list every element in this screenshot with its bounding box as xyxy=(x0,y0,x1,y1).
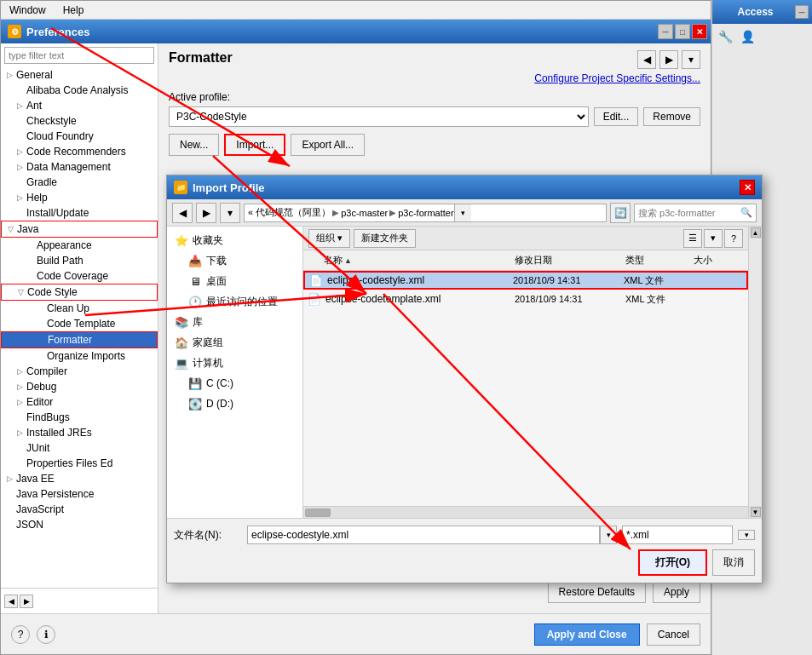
sidebar-item-install-update[interactable]: Install/Update xyxy=(1,205,158,221)
sidebar-item-help[interactable]: ▷ Help xyxy=(1,190,158,205)
right-panel-close-btn[interactable]: ─ xyxy=(795,5,809,19)
new-button[interactable]: New... xyxy=(169,134,219,156)
dialog-tree-homegroup[interactable]: 🏠 家庭组 xyxy=(167,332,302,353)
sidebar-item-java-ee[interactable]: ▷ Java EE xyxy=(1,471,158,486)
sidebar-item-alibaba[interactable]: Alibaba Code Analysis xyxy=(1,83,158,98)
col-header-name[interactable]: 名称 ▲ xyxy=(307,254,515,267)
sidebar-item-java[interactable]: ▽ Java xyxy=(1,221,158,238)
right-icon-1[interactable]: 🔧 xyxy=(716,27,734,46)
dialog-tree-downloads[interactable]: 📥 下载 xyxy=(167,250,302,271)
menu-window[interactable]: Window xyxy=(4,3,51,18)
export-button[interactable]: Export All... xyxy=(291,134,365,156)
scroll-left-btn[interactable]: ◀ xyxy=(4,595,18,608)
sidebar-item-findbugs[interactable]: FindBugs xyxy=(1,410,158,425)
dialog-cancel-button[interactable]: 取消 xyxy=(712,549,755,576)
dialog-tree-favorites[interactable]: ⭐ 收藏夹 xyxy=(167,230,302,250)
maximize-btn[interactable]: □ xyxy=(675,24,690,39)
preferences-icon: ⚙ xyxy=(8,25,21,38)
sidebar-item-checkstyle[interactable]: Checkstyle xyxy=(1,113,158,129)
sidebar-item-gradle[interactable]: Gradle xyxy=(1,175,158,190)
sidebar-item-organize-imports[interactable]: Organize Imports xyxy=(1,348,158,364)
import-button[interactable]: Import... xyxy=(224,134,285,156)
filetype-input[interactable] xyxy=(622,526,733,544)
cancel-button[interactable]: Cancel xyxy=(647,623,700,646)
sidebar-item-debug[interactable]: ▷ Debug xyxy=(1,379,158,394)
sidebar-item-properties-files[interactable]: Properties Files Ed xyxy=(1,456,158,471)
apply-button[interactable]: Apply xyxy=(653,581,700,603)
col-header-type[interactable]: 类型 xyxy=(625,254,694,267)
sidebar-item-javascript[interactable]: JavaScript xyxy=(1,502,158,517)
help-btn[interactable]: ? xyxy=(724,229,743,248)
xml-file-icon-2: 📄 xyxy=(307,291,322,307)
sidebar-item-code-recommenders[interactable]: ▷ Code Recommenders xyxy=(1,144,158,159)
file-row-eclipse-codestyle[interactable]: 📄 eclipse-codestyle.xml 2018/10/9 14:31 … xyxy=(303,271,748,290)
edit-button[interactable]: Edit... xyxy=(594,107,639,126)
close-btn[interactable]: ✕ xyxy=(692,24,707,39)
view-dropdown-btn[interactable]: ▾ xyxy=(704,229,723,248)
breadcrumb-dropdown-btn[interactable]: ▾ xyxy=(454,204,471,222)
dialog-tree-c-drive[interactable]: 💾 C (C:) xyxy=(167,373,302,394)
file-row-eclipse-codetemplate[interactable]: 📄 eclipse-codetemplate.xml 2018/10/9 14:… xyxy=(303,290,748,308)
file-scrollbar[interactable]: ▲ ▼ xyxy=(748,227,762,518)
filter-input[interactable] xyxy=(4,47,154,64)
open-button[interactable]: 打开(O) xyxy=(638,549,707,576)
sidebar-item-compiler[interactable]: ▷ Compiler xyxy=(1,364,158,379)
dialog-refresh-btn[interactable]: 🔄 xyxy=(610,203,631,223)
sidebar-item-ant[interactable]: ▷ Ant xyxy=(1,98,158,113)
dialog-back-btn[interactable]: ◀ xyxy=(172,203,193,223)
minimize-btn[interactable]: ─ xyxy=(658,24,673,39)
dialog-dropdown-btn[interactable]: ▾ xyxy=(220,203,240,223)
sidebar-item-formatter[interactable]: Formatter xyxy=(1,331,158,348)
col-header-size[interactable]: 大小 xyxy=(694,254,745,267)
sidebar-item-cloud-foundry[interactable]: Cloud Foundry xyxy=(1,129,158,144)
dialog-search-input[interactable] xyxy=(635,208,737,218)
search-icon[interactable]: 🔍 xyxy=(737,204,756,222)
nav-forward-btn[interactable]: ▶ xyxy=(659,50,678,69)
sidebar-item-junit[interactable]: JUnit xyxy=(1,440,158,456)
dialog-tree-desktop[interactable]: 🖥 桌面 xyxy=(167,271,302,291)
filename-dropdown-btn[interactable]: ▾ xyxy=(600,526,617,544)
sidebar-item-json[interactable]: JSON xyxy=(1,517,158,532)
horizontal-scrollbar[interactable] xyxy=(303,506,748,518)
scroll-right-btn[interactable]: ▶ xyxy=(20,595,33,608)
sidebar-item-general[interactable]: ▷ General xyxy=(1,67,158,83)
sidebar-item-code-style[interactable]: ▽ Code Style xyxy=(1,284,158,301)
sidebar-item-clean-up[interactable]: Clean Up xyxy=(1,301,158,316)
import-dialog: 📁 Import Profile ✕ ◀ ▶ ▾ « 代码规范（阿里） ▶ p3… xyxy=(166,175,763,583)
scroll-down-btn[interactable]: ▼ xyxy=(751,507,761,517)
sidebar-item-build-path[interactable]: Build Path xyxy=(1,253,158,268)
scroll-up-btn[interactable]: ▲ xyxy=(751,227,761,238)
filename-input-wrap: ▾ xyxy=(247,526,617,544)
filetype-dropdown-btn[interactable]: ▾ xyxy=(738,530,755,540)
sidebar-item-java-persistence[interactable]: Java Persistence xyxy=(1,486,158,502)
configure-link[interactable]: Configure Project Specific Settings... xyxy=(169,72,700,84)
dialog-tree-d-drive[interactable]: 💽 D (D:) xyxy=(167,394,302,414)
dialog-forward-btn[interactable]: ▶ xyxy=(196,203,216,223)
nav-back-btn[interactable]: ◀ xyxy=(637,50,656,69)
right-icon-2[interactable]: 👤 xyxy=(738,27,757,46)
view-btn[interactable]: ☰ xyxy=(683,229,702,248)
filename-input[interactable] xyxy=(247,526,600,544)
restore-defaults-button[interactable]: Restore Defaults xyxy=(548,581,646,603)
sidebar-item-editor[interactable]: ▷ Editor xyxy=(1,394,158,410)
profile-select[interactable]: P3C-CodeStyle xyxy=(169,106,589,127)
apply-close-button[interactable]: Apply and Close xyxy=(534,623,640,646)
help-icon-btn[interactable]: ? xyxy=(11,625,30,644)
organize-btn[interactable]: 组织 ▾ xyxy=(308,229,350,248)
sidebar-item-data-management[interactable]: ▷ Data Management xyxy=(1,159,158,175)
col-header-date[interactable]: 修改日期 xyxy=(515,254,625,267)
sidebar-item-appearance[interactable]: Appearance xyxy=(1,238,158,253)
dialog-close-btn[interactable]: ✕ xyxy=(740,180,755,195)
menu-help[interactable]: Help xyxy=(58,3,89,18)
sidebar-item-installed-jres[interactable]: ▷ Installed JREs xyxy=(1,425,158,440)
dialog-tree-library[interactable]: 📚 库 xyxy=(167,312,302,332)
scrollbar-thumb[interactable] xyxy=(305,508,331,517)
remove-button[interactable]: Remove xyxy=(643,107,700,126)
dialog-tree-computer[interactable]: 💻 计算机 xyxy=(167,353,302,373)
dialog-tree-recent[interactable]: 🕐 最近访问的位置 xyxy=(167,291,302,312)
info-icon-btn[interactable]: ℹ xyxy=(37,625,55,644)
sidebar-item-code-coverage[interactable]: Code Coverage xyxy=(1,268,158,284)
sidebar-item-code-template[interactable]: Code Template xyxy=(1,316,158,331)
nav-dropdown-btn[interactable]: ▾ xyxy=(682,50,700,69)
new-folder-btn[interactable]: 新建文件夹 xyxy=(354,229,416,248)
